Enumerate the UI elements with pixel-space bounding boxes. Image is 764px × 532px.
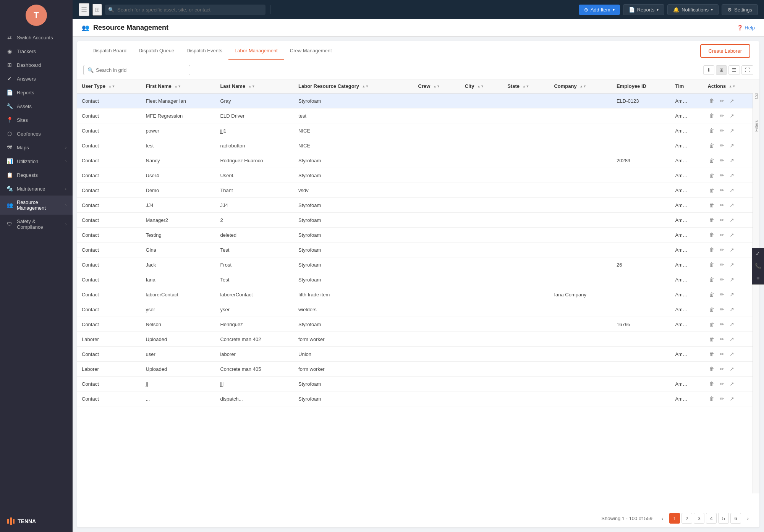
page-button-4[interactable]: 4 — [706, 513, 717, 524]
delete-button-14[interactable]: 🗑 — [707, 306, 716, 313]
page-button-3[interactable]: 3 — [694, 513, 704, 524]
navigate-button-14[interactable]: ↗ — [728, 306, 736, 313]
edit-button-8[interactable]: ✏ — [718, 216, 726, 224]
edit-button-14[interactable]: ✏ — [718, 306, 726, 313]
edit-button-5[interactable]: ✏ — [718, 171, 726, 179]
menu-toggle-button[interactable]: ☰ — [79, 3, 89, 16]
delete-button-5[interactable]: 🗑 — [707, 171, 716, 179]
delete-button-8[interactable]: 🗑 — [707, 216, 716, 224]
navigate-button-17[interactable]: ↗ — [728, 350, 736, 358]
edit-button-9[interactable]: ✏ — [718, 231, 726, 239]
sort-icon-user-type[interactable]: ▲▼ — [108, 85, 115, 88]
prev-page-button[interactable]: ‹ — [657, 513, 668, 524]
sidebar-item-geofences[interactable]: ⬡ Geofences — [0, 127, 73, 141]
create-laborer-button[interactable]: Create Laborer — [700, 44, 750, 58]
next-page-button[interactable]: › — [743, 513, 753, 524]
navigate-button-18[interactable]: ↗ — [728, 365, 736, 373]
edit-button-17[interactable]: ✏ — [718, 350, 726, 358]
navigate-button-10[interactable]: ↗ — [728, 246, 736, 254]
delete-button-11[interactable]: 🗑 — [707, 261, 716, 268]
navigate-button-7[interactable]: ↗ — [728, 201, 736, 209]
navigate-button-2[interactable]: ↗ — [728, 127, 736, 134]
edit-button-20[interactable]: ✏ — [718, 395, 726, 403]
sidebar-item-sites[interactable]: 📍 Sites — [0, 113, 73, 127]
global-search-input[interactable] — [105, 5, 265, 15]
page-button-5[interactable]: 5 — [718, 513, 729, 524]
sort-icon-crew[interactable]: ▲▼ — [433, 85, 440, 88]
navigate-button-12[interactable]: ↗ — [728, 276, 736, 283]
sort-icon-first-name[interactable]: ▲▼ — [174, 85, 181, 88]
navigate-button-0[interactable]: ↗ — [728, 97, 736, 105]
help-button[interactable]: ❓ Help — [737, 25, 755, 31]
sort-icon-actions[interactable]: ▲▼ — [729, 85, 736, 88]
delete-button-15[interactable]: 🗑 — [707, 320, 716, 328]
edit-button-10[interactable]: ✏ — [718, 246, 726, 254]
add-item-button[interactable]: ⊕ Add Item ▾ — [579, 5, 620, 15]
sidebar-item-switch-accounts[interactable]: ⇄ Switch Accounts — [0, 31, 73, 44]
tab-dispatch-board[interactable]: Dispatch Board — [86, 42, 133, 60]
sidebar-item-assets[interactable]: 🔧 Assets — [0, 99, 73, 113]
grid-view-toggle[interactable]: ⊞ — [716, 65, 727, 75]
navigate-button-15[interactable]: ↗ — [728, 320, 736, 328]
delete-button-6[interactable]: 🗑 — [707, 186, 716, 194]
sidebar-item-maintenance[interactable]: 🔩 Maintenance › — [0, 182, 73, 196]
delete-button-1[interactable]: 🗑 — [707, 112, 716, 120]
sidebar-item-resource-management[interactable]: 👥 Resource Management › — [0, 196, 73, 215]
float-list-button[interactable]: ≡ — [752, 272, 764, 285]
navigate-button-19[interactable]: ↗ — [728, 380, 736, 388]
delete-button-20[interactable]: 🗑 — [707, 395, 716, 403]
delete-button-17[interactable]: 🗑 — [707, 350, 716, 358]
sidebar-item-requests[interactable]: 📋 Requests — [0, 168, 73, 182]
edit-button-2[interactable]: ✏ — [718, 127, 726, 134]
edit-button-6[interactable]: ✏ — [718, 186, 726, 194]
tab-crew-management[interactable]: Crew Management — [284, 42, 338, 60]
delete-button-10[interactable]: 🗑 — [707, 246, 716, 254]
sort-icon-company[interactable]: ▲▼ — [579, 85, 586, 88]
sidebar-item-maps[interactable]: 🗺 Maps › — [0, 141, 73, 154]
delete-button-7[interactable]: 🗑 — [707, 201, 716, 209]
sort-icon-last-name[interactable]: ▲▼ — [248, 85, 255, 88]
delete-button-19[interactable]: 🗑 — [707, 380, 716, 388]
navigate-button-8[interactable]: ↗ — [728, 216, 736, 224]
edit-button-4[interactable]: ✏ — [718, 157, 726, 164]
sort-icon-city[interactable]: ▲▼ — [477, 85, 484, 88]
navigate-button-9[interactable]: ↗ — [728, 231, 736, 239]
sidebar-item-dashboard[interactable]: ⊞ Dashboard — [0, 58, 73, 72]
sidebar-item-trackers[interactable]: ◉ Trackers — [0, 44, 73, 58]
delete-button-2[interactable]: 🗑 — [707, 127, 716, 134]
delete-button-3[interactable]: 🗑 — [707, 142, 716, 149]
reports-button[interactable]: 📄 Reports ▾ — [623, 4, 665, 15]
edit-button-15[interactable]: ✏ — [718, 320, 726, 328]
float-check-button[interactable]: ✓ — [752, 248, 764, 260]
navigate-button-6[interactable]: ↗ — [728, 186, 736, 194]
delete-button-16[interactable]: 🗑 — [707, 335, 716, 343]
navigate-button-4[interactable]: ↗ — [728, 157, 736, 164]
tab-dispatch-queue[interactable]: Dispatch Queue — [133, 42, 180, 60]
edit-button-3[interactable]: ✏ — [718, 142, 726, 149]
sidebar-item-utilization[interactable]: 📊 Utilization › — [0, 154, 73, 168]
edit-button-1[interactable]: ✏ — [718, 112, 726, 120]
sidebar-item-answers[interactable]: ✔ Answers — [0, 72, 73, 86]
edit-button-13[interactable]: ✏ — [718, 291, 726, 298]
sort-icon-labor-resource[interactable]: ▲▼ — [362, 85, 369, 88]
delete-button-0[interactable]: 🗑 — [707, 97, 716, 105]
download-button[interactable]: ⬇ — [703, 65, 714, 75]
edit-button-19[interactable]: ✏ — [718, 380, 726, 388]
notifications-button[interactable]: 🔔 Notifications ▾ — [667, 4, 719, 15]
page-button-2[interactable]: 2 — [681, 513, 692, 524]
tab-dispatch-events[interactable]: Dispatch Events — [180, 42, 228, 60]
delete-button-18[interactable]: 🗑 — [707, 365, 716, 373]
grid-view-button[interactable]: ⊞ — [92, 4, 102, 16]
grid-search-input[interactable] — [96, 67, 186, 73]
sidebar-item-safety-compliance[interactable]: 🛡 Safety & Compliance › — [0, 215, 73, 234]
edit-button-16[interactable]: ✏ — [718, 335, 726, 343]
delete-button-13[interactable]: 🗑 — [707, 291, 716, 298]
edit-button-7[interactable]: ✏ — [718, 201, 726, 209]
sidebar-item-reports[interactable]: 📄 Reports — [0, 86, 73, 99]
page-button-6[interactable]: 6 — [730, 513, 741, 524]
tab-labor-management[interactable]: Labor Management — [228, 42, 284, 60]
edit-button-18[interactable]: ✏ — [718, 365, 726, 373]
delete-button-12[interactable]: 🗑 — [707, 276, 716, 283]
page-button-1[interactable]: 1 — [669, 513, 680, 524]
navigate-button-1[interactable]: ↗ — [728, 112, 736, 120]
